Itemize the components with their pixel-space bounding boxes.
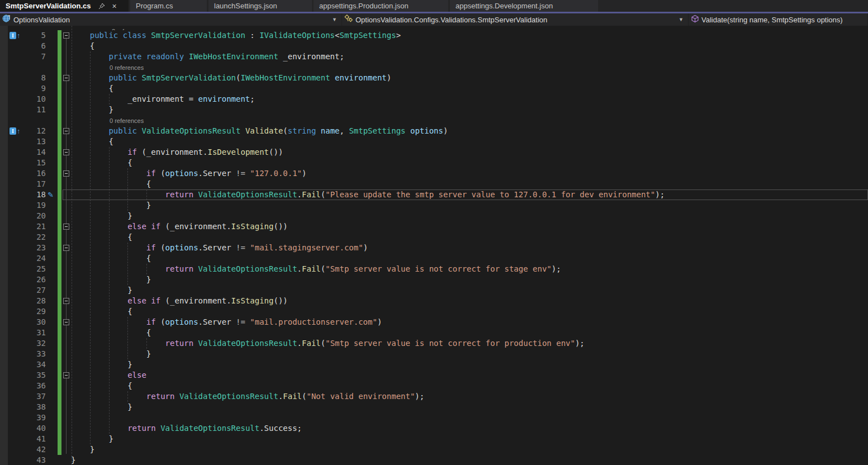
code-line[interactable]: 28 else if (_environment.IsStaging()) <box>0 296 868 306</box>
line-number[interactable]: 16 <box>23 168 46 179</box>
pin-icon[interactable] <box>98 3 105 10</box>
code-line[interactable]: 19 } <box>0 200 868 211</box>
implements-icon[interactable]: I↑ <box>10 127 20 135</box>
line-number[interactable]: 15 <box>23 158 46 168</box>
line-number[interactable]: 14 <box>23 147 46 158</box>
code-line[interactable]: 27 } <box>0 285 868 296</box>
line-number[interactable]: 17 <box>23 179 46 189</box>
fold-toggle[interactable] <box>63 245 69 251</box>
line-number[interactable]: 28 <box>23 296 46 306</box>
fold-toggle[interactable] <box>63 128 69 134</box>
code-line[interactable]: 23 if (options.Server != "mail.stagingse… <box>0 243 868 253</box>
code-line[interactable]: 31 { <box>0 328 868 338</box>
line-number[interactable]: 43 <box>23 455 46 465</box>
fold-toggle[interactable] <box>63 224 69 230</box>
code-line[interactable]: 20 } <box>0 211 868 221</box>
fold-toggle[interactable] <box>63 32 69 39</box>
line-number[interactable]: 37 <box>23 391 46 402</box>
line-number[interactable]: 13 <box>23 136 46 147</box>
tab[interactable]: Program.cs <box>130 0 207 12</box>
line-number[interactable]: 23 <box>23 243 46 253</box>
fold-toggle[interactable] <box>63 319 69 325</box>
code-line[interactable]: 17 { <box>0 179 868 189</box>
line-number[interactable]: 24 <box>23 253 46 264</box>
codelens-label[interactable]: 0 references <box>110 64 144 72</box>
line-number[interactable]: 39 <box>23 412 46 423</box>
code-line[interactable]: 42 } <box>0 444 868 455</box>
code-line[interactable]: 36 { <box>0 381 868 391</box>
tab[interactable]: SmtpServerValidation.cs× <box>0 0 129 12</box>
code-line[interactable]: 18✎ return ValidateOptionsResult.Fail("P… <box>0 189 868 200</box>
fold-toggle[interactable] <box>63 75 69 81</box>
line-number[interactable]: 5 <box>23 30 46 41</box>
fold-toggle[interactable] <box>63 372 69 378</box>
line-number[interactable]: 11 <box>23 105 46 115</box>
code-line[interactable]: 35 else <box>0 370 868 381</box>
line-number[interactable]: 18 <box>23 189 46 200</box>
code-editor[interactable]: 2 referencesI↑5 public class SmtpServerV… <box>0 26 868 465</box>
line-number[interactable]: 27 <box>23 285 46 296</box>
tab[interactable]: appsettings.Production.json <box>314 0 448 12</box>
code-line[interactable]: 13 { <box>0 136 868 147</box>
line-number[interactable]: 40 <box>23 423 46 434</box>
code-line[interactable]: 8 public SmtpServerValidation(IWebHostEn… <box>0 73 868 83</box>
line-number[interactable]: 22 <box>23 232 46 243</box>
code-line[interactable]: 7 private readonly IWebHostEnvironment _… <box>0 51 868 62</box>
line-number[interactable]: 38 <box>23 402 46 412</box>
line-number[interactable]: 26 <box>23 274 46 285</box>
project-dropdown[interactable]: OptionsValidation ▼ <box>0 13 342 26</box>
code-line[interactable]: 9 { <box>0 83 868 94</box>
code-line[interactable]: 34 } <box>0 359 868 370</box>
code-line[interactable]: 11 } <box>0 105 868 115</box>
line-number[interactable]: 20 <box>23 211 46 221</box>
code-line[interactable]: 25 return ValidateOptionsResult.Fail("Sm… <box>0 264 868 274</box>
code-line[interactable]: 26 } <box>0 274 868 285</box>
codelens-label[interactable]: 0 references <box>110 117 144 125</box>
line-number[interactable]: 10 <box>23 94 46 105</box>
code-line[interactable]: I↑5 public class SmtpServerValidation : … <box>0 30 868 41</box>
line-number[interactable]: 35 <box>23 370 46 381</box>
fold-toggle[interactable] <box>63 170 69 177</box>
line-number[interactable]: 42 <box>23 444 46 455</box>
line-number[interactable]: 31 <box>23 328 46 338</box>
line-number[interactable]: 9 <box>23 83 46 94</box>
code-line[interactable]: 33 } <box>0 349 868 359</box>
line-number[interactable]: 7 <box>23 51 46 62</box>
code-line[interactable]: 38 } <box>0 402 868 412</box>
line-number[interactable]: 19 <box>23 200 46 211</box>
code-line[interactable]: 40 return ValidateOptionsResult.Success; <box>0 423 868 434</box>
code-line[interactable]: 14 if (_environment.IsDevelopment()) <box>0 147 868 158</box>
fold-toggle[interactable] <box>63 298 69 304</box>
line-number[interactable]: 21 <box>23 221 46 232</box>
code-line[interactable]: 39 <box>0 412 868 423</box>
code-line[interactable]: 10 _environment = environment; <box>0 94 868 105</box>
line-number[interactable]: 8 <box>23 73 46 83</box>
code-line[interactable]: I↑12 public ValidateOptionsResult Valida… <box>0 126 868 136</box>
fold-toggle[interactable] <box>63 149 69 155</box>
line-number[interactable]: 30 <box>23 317 46 328</box>
type-dropdown[interactable]: OptionsValidation.Configs.Validations.Sm… <box>342 13 689 26</box>
code-line[interactable]: 30 if (options.Server != "mail.productio… <box>0 317 868 328</box>
code-line[interactable]: 29 { <box>0 306 868 317</box>
code-line[interactable]: 41 } <box>0 434 868 444</box>
tab[interactable]: appsettings.Development.json <box>450 0 598 12</box>
code-line[interactable]: 22 { <box>0 232 868 243</box>
line-number[interactable]: 12 <box>23 126 46 136</box>
line-number[interactable]: 33 <box>23 349 46 359</box>
line-number[interactable]: 6 <box>23 41 46 51</box>
code-line[interactable]: 24 { <box>0 253 868 264</box>
tab[interactable]: launchSettings.json <box>208 0 312 12</box>
member-dropdown[interactable]: Validate(string name, SmtpSettings optio… <box>689 13 868 26</box>
code-line[interactable]: 37 return ValidateOptionsResult.Fail("No… <box>0 391 868 402</box>
implements-icon[interactable]: I↑ <box>10 32 20 39</box>
line-number[interactable]: 34 <box>23 359 46 370</box>
code-line[interactable]: 21 else if (_environment.IsStaging()) <box>0 221 868 232</box>
line-number[interactable]: 25 <box>23 264 46 274</box>
code-line[interactable]: 43} <box>0 455 868 465</box>
codelens-label[interactable]: 2 references <box>112 26 146 30</box>
line-number[interactable]: 41 <box>23 434 46 444</box>
line-number[interactable]: 36 <box>23 381 46 391</box>
code-line[interactable]: 15 { <box>0 158 868 168</box>
line-number[interactable]: 32 <box>23 338 46 349</box>
close-icon[interactable]: × <box>112 2 116 10</box>
